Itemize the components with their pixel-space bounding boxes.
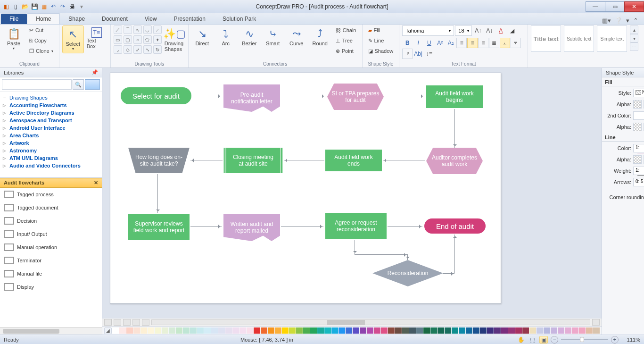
round-button[interactable]: ⤴Round: [309, 25, 331, 48]
color-swatch[interactable]: [487, 327, 494, 334]
view-tab[interactable]: View: [136, 14, 165, 24]
second-color-select[interactable]: ▾: [633, 111, 644, 120]
color-swatch[interactable]: [416, 327, 423, 334]
color-swatch[interactable]: [254, 327, 260, 334]
fill-style-select[interactable]: None▾: [633, 89, 644, 97]
maximize-button[interactable]: ▭: [605, 1, 625, 12]
fit-width-icon[interactable]: ⬚: [528, 336, 537, 344]
freeform-tool-icon[interactable]: ✦: [153, 35, 162, 44]
point-button[interactable]: ⊗Point: [333, 46, 359, 56]
canvas-hscroll[interactable]: [102, 319, 602, 326]
file-tab[interactable]: File: [1, 14, 27, 24]
arc-button[interactable]: ⤵Arc: [215, 25, 237, 48]
new-icon[interactable]: ▯: [11, 2, 20, 11]
color-swatch[interactable]: [183, 327, 190, 334]
subtitle-style[interactable]: Subtitle text: [564, 25, 594, 52]
solution-park-tab[interactable]: Solution Park: [214, 14, 264, 24]
color-swatch[interactable]: [438, 327, 444, 334]
new-page-button[interactable]: [142, 319, 149, 326]
color-swatch[interactable]: [459, 327, 465, 334]
library-item[interactable]: ATM UML Diagrams: [3, 154, 99, 162]
color-swatch[interactable]: [501, 327, 508, 334]
stencil-item[interactable]: Manual operation: [0, 241, 102, 254]
close-button[interactable]: ✕: [624, 1, 644, 12]
library-item[interactable]: Aerospace and Transport: [3, 117, 99, 124]
color-swatch[interactable]: [162, 327, 168, 334]
reshape-tool-icon[interactable]: ◇: [124, 45, 132, 54]
library-item[interactable]: Android User Interface: [3, 124, 99, 132]
minimize-ribbon-icon[interactable]: ▾: [626, 17, 629, 24]
fill-button[interactable]: ▰Fill: [365, 25, 396, 35]
minimize-button[interactable]: —: [586, 1, 605, 12]
align-right-button[interactable]: ≡: [478, 38, 488, 48]
stencil-item[interactable]: Input/ Output: [0, 227, 102, 241]
align-left-button[interactable]: ≡: [456, 38, 467, 48]
font-color-icon[interactable]: A: [495, 25, 506, 36]
textbox-button[interactable]: T≡Text Box: [86, 25, 107, 51]
arc-tool-icon[interactable]: ⌒: [124, 25, 132, 34]
stencil-item[interactable]: Tagged process: [0, 188, 102, 201]
polygon-tool-icon[interactable]: ⬠: [143, 35, 152, 44]
color-swatch[interactable]: [537, 327, 543, 334]
pin-icon[interactable]: 📌: [91, 69, 98, 76]
stencil-item[interactable]: Terminator: [0, 254, 102, 267]
rotate-tool-icon[interactable]: ↻: [153, 45, 162, 54]
view-toggle-button[interactable]: [85, 79, 100, 90]
library-item[interactable]: Active Directory Diagrams: [3, 109, 99, 117]
valign-bottom-button[interactable]: ⫡: [402, 49, 413, 59]
color-swatch[interactable]: [155, 327, 161, 334]
color-swatch[interactable]: [296, 327, 303, 334]
paste-button[interactable]: 📋Paste▾: [3, 25, 25, 52]
text-settings-button[interactable]: Ab|: [413, 49, 423, 59]
curve-tool-icon[interactable]: ∿: [133, 25, 142, 34]
zoom-out-button[interactable]: −: [551, 336, 558, 344]
library-item[interactable]: Astronomy: [3, 147, 99, 154]
color-swatch[interactable]: [452, 327, 458, 334]
next-page-button[interactable]: [123, 319, 131, 326]
color-swatch[interactable]: [423, 327, 430, 334]
color-swatch[interactable]: [522, 327, 529, 334]
direct-button[interactable]: ↘Direct: [191, 25, 213, 48]
last-page-button[interactable]: [132, 319, 140, 326]
color-swatch[interactable]: [133, 327, 140, 334]
color-swatch[interactable]: [140, 327, 147, 334]
arrows-select[interactable]: 0: 5▾: [633, 178, 644, 186]
stencil-item[interactable]: Tagged document: [0, 201, 102, 214]
library-item[interactable]: Audio and Video Connectors: [3, 162, 99, 169]
valign-middle-button[interactable]: ⫧: [511, 38, 521, 48]
stencil-item[interactable]: Manual file: [0, 267, 102, 280]
clone-button[interactable]: ❐Clone▾: [26, 46, 56, 56]
color-swatch[interactable]: [310, 327, 317, 334]
color-swatch[interactable]: [331, 327, 338, 334]
italic-button[interactable]: I: [413, 38, 423, 48]
smart-button[interactable]: ⤷Smart: [262, 25, 284, 48]
zoom-slider[interactable]: [561, 339, 608, 340]
alpha-swatch[interactable]: [633, 100, 642, 109]
search-button[interactable]: 🔍: [73, 79, 84, 90]
color-swatch[interactable]: [289, 327, 296, 334]
home-tab[interactable]: Home: [27, 13, 60, 24]
color-swatch[interactable]: [247, 327, 253, 334]
color-swatch[interactable]: [586, 327, 593, 334]
styles-more-icon[interactable]: ⋯: [630, 42, 638, 51]
color-swatch[interactable]: [565, 327, 571, 334]
color-swatch[interactable]: [268, 327, 274, 334]
color-swatch[interactable]: [261, 327, 267, 334]
color-swatch[interactable]: [494, 327, 501, 334]
color-swatch[interactable]: [558, 327, 564, 334]
color-swatch[interactable]: [402, 327, 409, 334]
align-center-button[interactable]: ≡: [467, 38, 478, 48]
color-swatch[interactable]: [275, 327, 281, 334]
window-list-icon[interactable]: ▥▾: [602, 17, 611, 24]
color-swatch[interactable]: [204, 327, 211, 334]
redo-icon[interactable]: ↷: [58, 2, 67, 11]
drawing-shapes-button[interactable]: ✨▢Drawing Shapes: [164, 25, 185, 54]
color-swatch[interactable]: [445, 327, 451, 334]
decrease-font-icon[interactable]: A↓: [484, 25, 495, 36]
line-color-select[interactable]: 1:▾: [633, 144, 644, 152]
chain-button[interactable]: ⛓Chain: [333, 25, 359, 35]
qat-menu-icon[interactable]: ▾: [77, 2, 86, 11]
audit-flowcharts-header[interactable]: Audit flowcharts✕: [0, 178, 102, 188]
color-swatch[interactable]: [572, 327, 578, 334]
shape-field-work-ends[interactable]: Audit field work ends: [325, 150, 382, 171]
